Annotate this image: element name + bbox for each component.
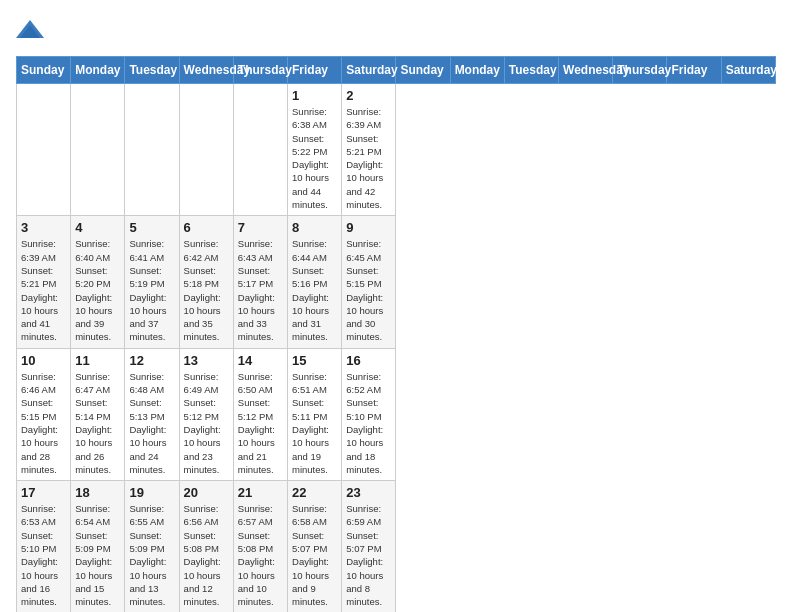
calendar-cell: 6Sunrise: 6:42 AM Sunset: 5:18 PM Daylig…	[179, 216, 233, 348]
calendar-week-row: 1Sunrise: 6:38 AM Sunset: 5:22 PM Daylig…	[17, 84, 776, 216]
cell-info: Sunrise: 6:41 AM Sunset: 5:19 PM Dayligh…	[129, 237, 174, 343]
day-of-week-header: Thursday	[233, 57, 287, 84]
calendar-cell	[179, 84, 233, 216]
day-number: 8	[292, 220, 337, 235]
calendar-cell: 12Sunrise: 6:48 AM Sunset: 5:13 PM Dayli…	[125, 348, 179, 480]
calendar-cell: 13Sunrise: 6:49 AM Sunset: 5:12 PM Dayli…	[179, 348, 233, 480]
day-number: 7	[238, 220, 283, 235]
day-number: 14	[238, 353, 283, 368]
day-number: 2	[346, 88, 391, 103]
calendar-cell: 9Sunrise: 6:45 AM Sunset: 5:15 PM Daylig…	[342, 216, 396, 348]
day-number: 17	[21, 485, 66, 500]
day-number: 15	[292, 353, 337, 368]
calendar-cell: 22Sunrise: 6:58 AM Sunset: 5:07 PM Dayli…	[288, 481, 342, 612]
day-number: 21	[238, 485, 283, 500]
day-number: 20	[184, 485, 229, 500]
calendar-cell: 2Sunrise: 6:39 AM Sunset: 5:21 PM Daylig…	[342, 84, 396, 216]
calendar-cell: 11Sunrise: 6:47 AM Sunset: 5:14 PM Dayli…	[71, 348, 125, 480]
calendar-cell	[17, 84, 71, 216]
day-number: 1	[292, 88, 337, 103]
calendar-cell: 21Sunrise: 6:57 AM Sunset: 5:08 PM Dayli…	[233, 481, 287, 612]
day-number: 6	[184, 220, 229, 235]
cell-info: Sunrise: 6:59 AM Sunset: 5:07 PM Dayligh…	[346, 502, 391, 608]
page-header	[16, 16, 776, 44]
cell-info: Sunrise: 6:48 AM Sunset: 5:13 PM Dayligh…	[129, 370, 174, 476]
calendar-cell: 19Sunrise: 6:55 AM Sunset: 5:09 PM Dayli…	[125, 481, 179, 612]
cell-info: Sunrise: 6:58 AM Sunset: 5:07 PM Dayligh…	[292, 502, 337, 608]
day-of-week-header: Tuesday	[125, 57, 179, 84]
day-number: 4	[75, 220, 120, 235]
calendar-cell	[233, 84, 287, 216]
calendar-cell: 15Sunrise: 6:51 AM Sunset: 5:11 PM Dayli…	[288, 348, 342, 480]
cell-info: Sunrise: 6:53 AM Sunset: 5:10 PM Dayligh…	[21, 502, 66, 608]
calendar-cell: 10Sunrise: 6:46 AM Sunset: 5:15 PM Dayli…	[17, 348, 71, 480]
calendar-cell: 8Sunrise: 6:44 AM Sunset: 5:16 PM Daylig…	[288, 216, 342, 348]
day-of-week-header: Sunday	[396, 57, 450, 84]
day-of-week-header: Saturday	[342, 57, 396, 84]
cell-info: Sunrise: 6:42 AM Sunset: 5:18 PM Dayligh…	[184, 237, 229, 343]
calendar-cell	[125, 84, 179, 216]
day-of-week-header: Sunday	[17, 57, 71, 84]
cell-info: Sunrise: 6:55 AM Sunset: 5:09 PM Dayligh…	[129, 502, 174, 608]
cell-info: Sunrise: 6:46 AM Sunset: 5:15 PM Dayligh…	[21, 370, 66, 476]
day-number: 18	[75, 485, 120, 500]
calendar-cell: 1Sunrise: 6:38 AM Sunset: 5:22 PM Daylig…	[288, 84, 342, 216]
cell-info: Sunrise: 6:49 AM Sunset: 5:12 PM Dayligh…	[184, 370, 229, 476]
calendar-cell: 20Sunrise: 6:56 AM Sunset: 5:08 PM Dayli…	[179, 481, 233, 612]
calendar-cell: 14Sunrise: 6:50 AM Sunset: 5:12 PM Dayli…	[233, 348, 287, 480]
cell-info: Sunrise: 6:44 AM Sunset: 5:16 PM Dayligh…	[292, 237, 337, 343]
day-number: 3	[21, 220, 66, 235]
cell-info: Sunrise: 6:47 AM Sunset: 5:14 PM Dayligh…	[75, 370, 120, 476]
cell-info: Sunrise: 6:54 AM Sunset: 5:09 PM Dayligh…	[75, 502, 120, 608]
cell-info: Sunrise: 6:52 AM Sunset: 5:10 PM Dayligh…	[346, 370, 391, 476]
cell-info: Sunrise: 6:39 AM Sunset: 5:21 PM Dayligh…	[21, 237, 66, 343]
logo	[16, 16, 48, 44]
cell-info: Sunrise: 6:57 AM Sunset: 5:08 PM Dayligh…	[238, 502, 283, 608]
day-number: 22	[292, 485, 337, 500]
cell-info: Sunrise: 6:45 AM Sunset: 5:15 PM Dayligh…	[346, 237, 391, 343]
calendar-table: SundayMondayTuesdayWednesdayThursdayFrid…	[16, 56, 776, 612]
cell-info: Sunrise: 6:56 AM Sunset: 5:08 PM Dayligh…	[184, 502, 229, 608]
cell-info: Sunrise: 6:51 AM Sunset: 5:11 PM Dayligh…	[292, 370, 337, 476]
day-of-week-header: Wednesday	[559, 57, 613, 84]
calendar-cell: 7Sunrise: 6:43 AM Sunset: 5:17 PM Daylig…	[233, 216, 287, 348]
cell-info: Sunrise: 6:50 AM Sunset: 5:12 PM Dayligh…	[238, 370, 283, 476]
day-of-week-header: Monday	[450, 57, 504, 84]
cell-info: Sunrise: 6:43 AM Sunset: 5:17 PM Dayligh…	[238, 237, 283, 343]
day-of-week-header: Thursday	[613, 57, 667, 84]
calendar-cell: 3Sunrise: 6:39 AM Sunset: 5:21 PM Daylig…	[17, 216, 71, 348]
day-number: 9	[346, 220, 391, 235]
cell-info: Sunrise: 6:40 AM Sunset: 5:20 PM Dayligh…	[75, 237, 120, 343]
day-number: 12	[129, 353, 174, 368]
day-of-week-header: Tuesday	[504, 57, 558, 84]
calendar-cell: 17Sunrise: 6:53 AM Sunset: 5:10 PM Dayli…	[17, 481, 71, 612]
calendar-week-row: 17Sunrise: 6:53 AM Sunset: 5:10 PM Dayli…	[17, 481, 776, 612]
day-number: 23	[346, 485, 391, 500]
day-number: 13	[184, 353, 229, 368]
day-of-week-header: Monday	[71, 57, 125, 84]
cell-info: Sunrise: 6:39 AM Sunset: 5:21 PM Dayligh…	[346, 105, 391, 211]
day-number: 19	[129, 485, 174, 500]
calendar-cell: 23Sunrise: 6:59 AM Sunset: 5:07 PM Dayli…	[342, 481, 396, 612]
calendar-cell: 5Sunrise: 6:41 AM Sunset: 5:19 PM Daylig…	[125, 216, 179, 348]
calendar-header-row: SundayMondayTuesdayWednesdayThursdayFrid…	[17, 57, 776, 84]
calendar-cell	[71, 84, 125, 216]
calendar-week-row: 10Sunrise: 6:46 AM Sunset: 5:15 PM Dayli…	[17, 348, 776, 480]
cell-info: Sunrise: 6:38 AM Sunset: 5:22 PM Dayligh…	[292, 105, 337, 211]
day-number: 10	[21, 353, 66, 368]
day-of-week-header: Friday	[667, 57, 721, 84]
day-of-week-header: Saturday	[721, 57, 775, 84]
calendar-week-row: 3Sunrise: 6:39 AM Sunset: 5:21 PM Daylig…	[17, 216, 776, 348]
day-number: 5	[129, 220, 174, 235]
calendar-cell: 4Sunrise: 6:40 AM Sunset: 5:20 PM Daylig…	[71, 216, 125, 348]
day-number: 11	[75, 353, 120, 368]
calendar-cell: 16Sunrise: 6:52 AM Sunset: 5:10 PM Dayli…	[342, 348, 396, 480]
calendar-cell: 18Sunrise: 6:54 AM Sunset: 5:09 PM Dayli…	[71, 481, 125, 612]
day-number: 16	[346, 353, 391, 368]
day-of-week-header: Friday	[288, 57, 342, 84]
day-of-week-header: Wednesday	[179, 57, 233, 84]
logo-icon	[16, 16, 44, 44]
